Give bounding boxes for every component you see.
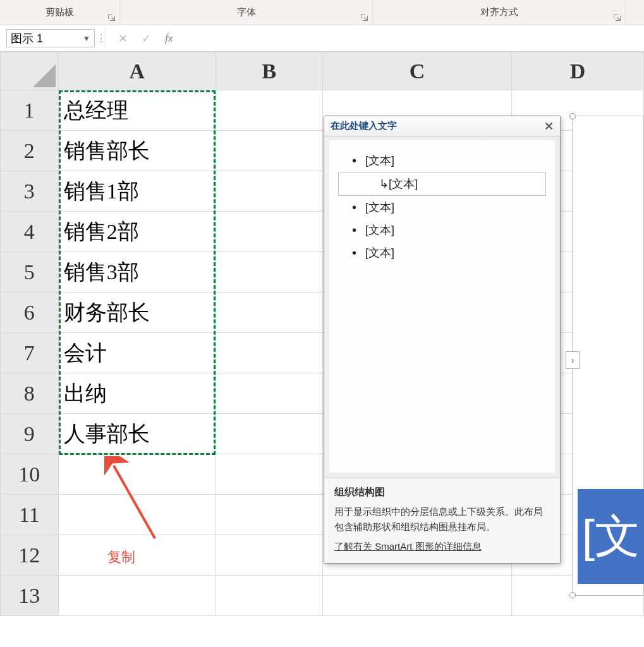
cell[interactable] [216, 293, 322, 333]
smartart-canvas[interactable]: › [文 [572, 116, 644, 596]
text-pane-item[interactable]: [文本] [338, 241, 546, 264]
row-header[interactable]: 4 [1, 212, 59, 252]
row-header[interactable]: 9 [1, 414, 59, 454]
text-pane-item[interactable]: [文本] [338, 149, 546, 172]
dialog-launcher-icon[interactable] [612, 13, 621, 22]
sub-item-icon: ↳ [379, 177, 389, 191]
text-pane-item-selected[interactable]: ↳[文本] [338, 172, 546, 196]
text-pane-item-label: [文本] [365, 200, 394, 215]
text-pane-item[interactable]: [文本] [338, 219, 546, 241]
resize-handle[interactable] [569, 113, 576, 119]
formula-bar: ▼ ⋮ ✕ ✓ fx [0, 25, 644, 52]
row-header[interactable]: 2 [1, 131, 59, 171]
row-header[interactable]: 1 [1, 90, 59, 131]
ribbon-group-font: 字体 [120, 0, 373, 25]
text-pane-title: 在此处键入文字 [331, 120, 397, 132]
ribbon-group-label: 对齐方式 [480, 6, 518, 18]
formula-input[interactable] [186, 25, 644, 51]
text-pane-header[interactable]: 在此处键入文字 ✕ [324, 116, 560, 136]
column-header-C[interactable]: C [323, 52, 512, 90]
cell-A1[interactable]: 总经理 [58, 90, 216, 131]
row-header[interactable]: 5 [1, 252, 59, 293]
cell[interactable] [216, 171, 322, 212]
cell-A11[interactable] [58, 495, 216, 535]
cell-A4[interactable]: 销售2部 [58, 212, 216, 252]
row-header[interactable]: 10 [1, 454, 59, 495]
dialog-launcher-icon[interactable] [107, 13, 116, 22]
row-header[interactable]: 7 [1, 333, 59, 373]
ribbon-group-label: 字体 [237, 6, 256, 18]
cell-A3[interactable]: 销售1部 [58, 171, 216, 212]
column-header-B[interactable]: B [216, 52, 322, 90]
formula-controls: ✕ ✓ fx [105, 29, 186, 47]
cancel-icon[interactable]: ✕ [118, 32, 128, 45]
text-pane-footer: 组织结构图 用于显示组织中的分层信息或上下级关系。此布局包含辅助形状和组织结构图… [324, 478, 560, 563]
cell[interactable] [216, 576, 322, 616]
cell[interactable] [216, 414, 322, 454]
pane-collapse-button[interactable]: › [566, 351, 580, 369]
column-header-A[interactable]: A [58, 52, 216, 90]
column-header-D[interactable]: D [511, 52, 643, 90]
cell[interactable] [216, 212, 322, 252]
cell-A8[interactable]: 出纳 [58, 373, 216, 414]
smartart-shape-text: [文 [582, 506, 640, 567]
text-pane-item[interactable]: [文本] [338, 196, 546, 219]
cell-A5[interactable]: 销售3部 [58, 252, 216, 293]
name-box-input[interactable] [11, 32, 68, 45]
fx-icon[interactable]: fx [165, 32, 173, 45]
row-header[interactable]: 6 [1, 293, 59, 333]
cell-A9[interactable]: 人事部长 [58, 414, 216, 454]
smartart-shape[interactable]: [文 [578, 489, 644, 584]
cell[interactable] [216, 495, 322, 535]
cell-A10[interactable] [58, 454, 216, 495]
row-header[interactable]: 12 [1, 535, 59, 576]
text-pane-item-label: [文本] [365, 222, 394, 238]
ribbon-group-clipboard: 剪贴板 [0, 0, 120, 25]
smartart-text-pane[interactable]: 在此处键入文字 ✕ [文本] ↳[文本] [文本] [文本] [文本] 组织结构… [324, 116, 561, 564]
cell[interactable] [216, 131, 322, 171]
learn-more-link[interactable]: 了解有关 SmartArt 图形的详细信息 [334, 541, 482, 552]
dialog-launcher-icon[interactable] [360, 13, 368, 22]
text-pane-item-label: [文本] [365, 245, 394, 260]
cell[interactable] [323, 576, 512, 616]
row-header[interactable]: 11 [1, 495, 59, 535]
cell[interactable] [216, 90, 322, 131]
row-header[interactable]: 3 [1, 171, 59, 212]
cell-A6[interactable]: 财务部长 [58, 293, 216, 333]
ribbon-group-label: 剪贴板 [46, 6, 74, 18]
row-header[interactable]: 8 [1, 373, 59, 414]
cell[interactable] [216, 454, 322, 495]
cell-A13[interactable] [58, 576, 216, 616]
cell[interactable] [216, 373, 322, 414]
ribbon-group-alignment: 对齐方式 [373, 0, 626, 25]
footer-description: 用于显示组织中的分层信息或上下级关系。此布局包含辅助形状和组织结构图悬挂布局。 [334, 504, 550, 535]
cell-A7[interactable]: 会计 [58, 333, 216, 373]
footer-title: 组织结构图 [334, 486, 550, 499]
annotation-label: 复制 [107, 548, 135, 567]
cell-A12[interactable] [58, 535, 216, 576]
text-pane-body[interactable]: [文本] ↳[文本] [文本] [文本] [文本] [324, 136, 560, 478]
resize-handle[interactable] [569, 592, 576, 598]
separator: ⋮ [97, 25, 105, 51]
cell[interactable] [216, 252, 322, 293]
text-pane-item-label: [文本] [389, 176, 418, 191]
select-all-corner[interactable] [1, 52, 59, 90]
row-header[interactable]: 13 [1, 576, 59, 616]
cell[interactable] [216, 333, 322, 373]
cell-A2[interactable]: 销售部长 [58, 131, 216, 171]
close-icon[interactable]: ✕ [544, 119, 554, 133]
chevron-down-icon[interactable]: ▼ [83, 34, 90, 43]
ribbon-group-labels: 剪贴板 字体 对齐方式 [0, 0, 644, 25]
name-box[interactable]: ▼ [6, 29, 95, 47]
enter-icon[interactable]: ✓ [142, 32, 151, 45]
text-pane-item-label: [文本] [365, 153, 394, 168]
cell[interactable] [216, 535, 322, 576]
